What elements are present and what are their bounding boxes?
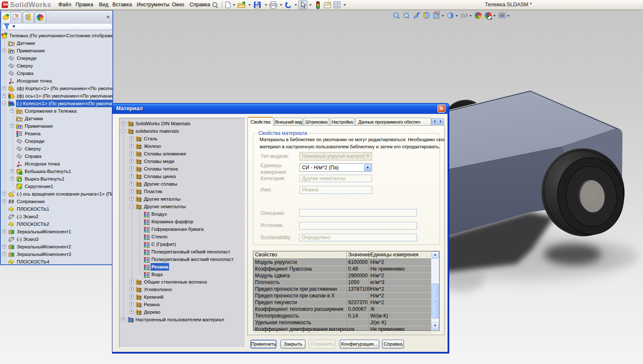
svg-text:SW: SW <box>3 3 8 6</box>
svg-text:A: A <box>18 126 21 129</box>
svg-text:A: A <box>10 50 13 54</box>
